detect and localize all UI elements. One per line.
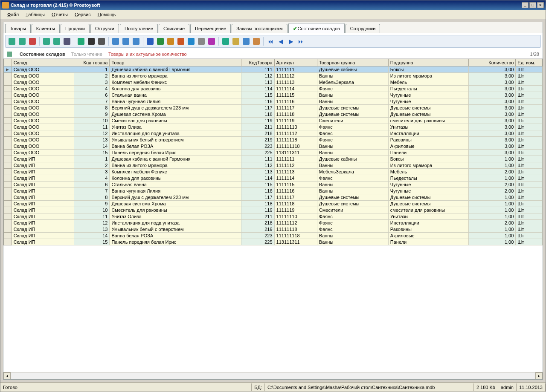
cell[interactable]: 219 [241,137,274,143]
nav-prev-icon[interactable]: ◀ [276,37,285,46]
table-row[interactable]: Склад ООО11Унитаз Олива21111111110ФаянсУ… [4,124,543,130]
cell[interactable]: Шт [516,66,543,73]
xml-icon[interactable] [176,37,186,46]
column-header[interactable]: Код товара [74,59,110,66]
cell[interactable]: Склад ООО [12,111,74,118]
cell[interactable]: Душевые системы [388,201,468,207]
cell[interactable]: 1,00 [468,233,516,239]
cell[interactable]: Комплект мебели Феникс [110,169,241,175]
cell[interactable]: Шт [516,111,543,118]
html-icon[interactable] [166,37,175,46]
cell[interactable]: 3,00 [468,124,516,130]
cell[interactable]: Инсталляция для подв.унитаза [110,130,241,137]
column-header[interactable]: Товарная группа [317,59,388,66]
row-selector[interactable] [4,124,12,130]
cell[interactable]: Мебель [388,79,468,86]
table-row[interactable]: Склад ИП13Умывальник белый с отверстием2… [4,226,543,233]
cell[interactable]: 1111113 [274,79,317,86]
cell[interactable]: Шт [516,79,543,86]
row-selector[interactable] [4,188,12,194]
cell[interactable]: Панели [388,239,468,245]
cell[interactable]: Шт [516,239,543,245]
menu-помощь[interactable]: Помощь [94,11,119,18]
table-row[interactable]: Склад ООО10Смеситель для раковины1191111… [4,118,543,124]
table-row[interactable]: Склад ИП7Ванна чугунная Лилия1161111116В… [4,188,543,194]
cell[interactable]: 9 [74,111,110,118]
cell[interactable]: Акриловые [388,143,468,150]
cell[interactable]: Смесители [317,118,388,124]
cell[interactable]: Шт [516,169,543,175]
horizontal-scrollbar[interactable]: ◄ ► [3,372,543,379]
row-selector[interactable] [4,98,12,105]
filter-clear-icon[interactable] [28,37,37,46]
cell[interactable]: Склад ООО [12,130,74,137]
cell[interactable]: 6 [74,92,110,98]
csv-icon[interactable] [186,37,196,46]
tab-4[interactable]: Поступление [120,24,158,33]
cell[interactable]: Душевые системы [317,105,388,111]
txt-icon[interactable] [197,37,206,46]
cell[interactable]: Стальная ванна [110,92,241,98]
cell[interactable]: Склад ИП [12,220,74,226]
cell[interactable]: Шт [516,175,543,182]
cell[interactable]: 3,00 [468,150,516,156]
cell[interactable]: 13 [74,137,110,143]
cell[interactable]: Шт [516,226,543,233]
cell[interactable]: Душевые системы [388,111,468,118]
cell[interactable]: 115 [241,92,274,98]
cell[interactable]: Душевые кабины [317,66,388,73]
cell[interactable]: 116 [241,98,274,105]
cell[interactable]: Шт [516,105,543,111]
word-icon[interactable] [145,37,155,46]
cell[interactable]: 1111119 [274,207,317,213]
cell[interactable]: Стальная ванна [110,182,241,188]
cell[interactable]: 1,00 [468,239,516,245]
cell[interactable]: 114 [241,86,274,92]
table-row[interactable]: Склад ИП11Унитаз Олива21111111110ФаянсУн… [4,213,543,220]
cell[interactable]: Склад ИП [12,233,74,239]
row-selector[interactable] [4,207,12,213]
cell[interactable]: 1,00 [468,201,516,207]
cell[interactable]: Душевые системы [317,201,388,207]
column-header[interactable]: Артикул [274,59,317,66]
cell[interactable]: 1111118 [274,201,317,207]
tab-9[interactable]: Сотрудники [346,24,380,33]
column-header[interactable]: Товар [110,59,241,66]
cell[interactable]: 111 [241,156,274,162]
cell[interactable]: Склад ООО [12,66,74,73]
cell[interactable]: 2 [74,73,110,79]
cell[interactable]: 1,00 [468,207,516,213]
cell[interactable]: 11111110 [274,124,317,130]
cell[interactable]: 1111118 [274,111,317,118]
cell[interactable]: Шт [516,150,543,156]
cell[interactable]: Верхний душ с держателем 223 мм [110,105,241,111]
cell[interactable]: 1111112 [274,162,317,169]
cell[interactable]: Склад ИП [12,156,74,162]
cell[interactable]: Ванны [317,92,388,98]
cell[interactable]: 3,00 [468,73,516,79]
row-selector[interactable] [4,130,12,137]
cell[interactable]: 116 [241,188,274,194]
table-row[interactable]: Склад ООО14Ванна белая РОЗА223111111118В… [4,143,543,150]
cell[interactable]: 3,00 [468,86,516,92]
cell[interactable]: Из литого мрамора [388,162,468,169]
cell[interactable]: 219 [241,226,274,233]
table-row[interactable]: Склад ООО13Умывальник белый с отверстием… [4,137,543,143]
cell[interactable]: Ванна из литого мрамора [110,73,241,79]
cell[interactable]: Смесители [317,207,388,213]
cell[interactable]: Склад ООО [12,118,74,124]
cell[interactable]: Шт [516,92,543,98]
copy-icon[interactable] [121,37,131,46]
cell[interactable]: 11111110 [274,213,317,220]
cell[interactable]: Панель передняя белая Ирис [110,239,241,245]
cell[interactable]: 118 [241,111,274,118]
cell[interactable]: 11 [74,124,110,130]
cell[interactable]: Душевые системы [317,111,388,118]
cell[interactable]: Смеситель для раковины [110,118,241,124]
cell[interactable]: 1111115 [274,92,317,98]
cell[interactable]: 1111112 [274,73,317,79]
cell[interactable]: смесители для раковины [388,118,468,124]
cell[interactable]: Колонна для раковины [110,86,241,92]
cell[interactable]: Склад ИП [12,226,74,233]
cell[interactable]: 10 [74,207,110,213]
